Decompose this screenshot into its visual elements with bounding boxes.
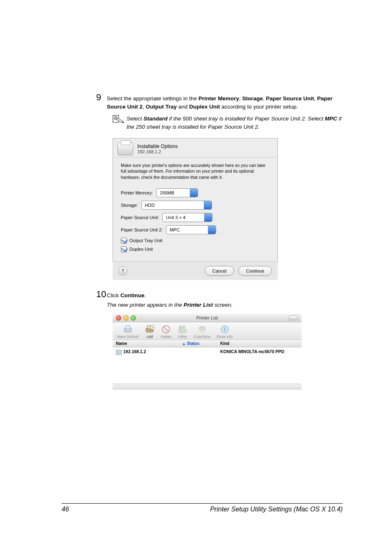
add-button[interactable]: +Add xyxy=(144,325,155,339)
show-info-button[interactable]: iShow Info xyxy=(217,325,233,339)
printer-icon xyxy=(118,142,133,155)
paper-source-unit-2-select[interactable]: MPC xyxy=(166,225,216,234)
table-row[interactable]: 192.168.1.2 KONICA MINOLTA mc5670 PPD xyxy=(113,347,302,356)
step10-text: Click Continue. xyxy=(107,291,343,300)
svg-text:+: + xyxy=(151,325,153,329)
svg-rect-13 xyxy=(179,329,186,333)
step9-text: Select the appropriate settings in the P… xyxy=(107,95,343,111)
printer-memory-select[interactable]: 256MB xyxy=(156,188,198,197)
step-number-10: 10 xyxy=(96,289,106,300)
printer-memory-label: Printer Memory: xyxy=(121,190,153,195)
svg-point-14 xyxy=(179,326,182,328)
paper-source-unit-2-label: Paper Source Unit 2: xyxy=(121,227,163,232)
status-bar xyxy=(113,384,302,390)
svg-line-12 xyxy=(164,327,168,332)
cancel-button[interactable]: Cancel xyxy=(205,266,234,276)
table-header: Name ▲ Status Kind xyxy=(113,340,302,347)
footer-title: Printer Setup Utility Settings (Mac OS X… xyxy=(210,506,343,513)
col-kind[interactable]: Kind xyxy=(217,340,302,347)
window-toolbar-toggle[interactable] xyxy=(288,315,298,320)
svg-text:i: i xyxy=(224,326,225,332)
make-default-button[interactable]: Make Default xyxy=(117,325,138,339)
utility-button[interactable]: Utility xyxy=(177,325,188,339)
delete-button[interactable]: Delete xyxy=(161,325,171,339)
svg-point-15 xyxy=(183,326,185,328)
svg-rect-6 xyxy=(126,326,130,329)
dialog-subtitle: 192.168.1.2 xyxy=(137,149,178,154)
dialog-title: Installable Options xyxy=(137,143,178,149)
step10-result: The new printer appears in the Printer L… xyxy=(107,302,343,308)
col-name[interactable]: Name xyxy=(113,340,178,347)
installable-options-dialog: Installable Options 192.168.1.2 Make sur… xyxy=(113,138,278,280)
paper-source-unit-select[interactable]: Unit 3 + 4 xyxy=(162,213,212,222)
note-text: Select Standard if the 500 sheet tray is… xyxy=(127,115,343,131)
colorsync-button[interactable]: ColorSync xyxy=(194,325,211,339)
help-button[interactable]: ? xyxy=(118,266,127,275)
svg-point-18 xyxy=(200,328,205,333)
step-number-9: 9 xyxy=(96,92,101,103)
storage-label: Storage: xyxy=(121,203,138,208)
paper-source-unit-label: Paper Source Unit: xyxy=(121,215,159,220)
printer-list-window: Printer List Make Default +Add Delete Ut… xyxy=(113,314,302,390)
output-tray-unit-checkbox[interactable]: Output Tray Unit xyxy=(121,238,270,244)
window-title: Printer List xyxy=(113,315,302,320)
storage-select[interactable]: HDD xyxy=(141,201,212,210)
dialog-info-text: Make sure your printer's options are acc… xyxy=(113,157,278,183)
col-status[interactable]: ▲ Status xyxy=(178,340,217,347)
duplex-unit-checkbox[interactable]: Duplex Unit xyxy=(121,246,270,252)
continue-button[interactable]: Continue xyxy=(238,266,272,276)
note-icon xyxy=(113,115,127,131)
page-number: 46 xyxy=(62,506,69,513)
